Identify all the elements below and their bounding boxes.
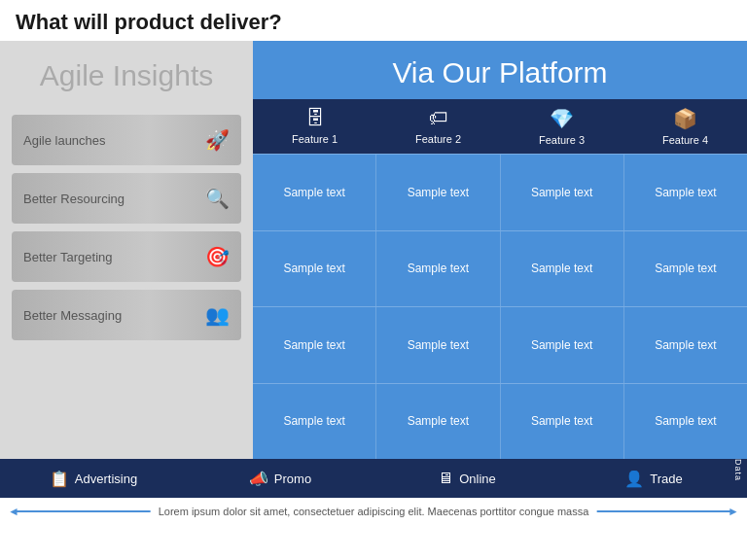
left-panel-title: Agile Insights — [0, 41, 253, 107]
feature-3-icon: 💎 — [550, 107, 574, 130]
feature-3-label: Feature 3 — [539, 134, 585, 146]
features-header: 🗄 Feature 1 🏷 Feature 2 💎 Feature 3 📦 Fe… — [253, 99, 747, 154]
advertising-label: Advertising — [75, 472, 137, 486]
arrow-text: Lorem ipsum dolor sit amet, consectetuer… — [151, 506, 597, 517]
promo-label: Promo — [274, 472, 311, 486]
bottom-advertising[interactable]: 📋 Advertising — [0, 470, 187, 488]
target-icon: 🎯 — [205, 245, 230, 268]
advertising-icon: 📋 — [50, 470, 69, 488]
arrow-line: Lorem ipsum dolor sit amet, consectetuer… — [16, 510, 731, 512]
page-title: What will product deliver? — [0, 0, 747, 41]
feature-1-label: Feature 1 — [292, 133, 338, 145]
left-row-3: Better Targeting 🎯 — [12, 231, 241, 282]
cell-1-3: Sample text — [501, 155, 624, 230]
cell-4-4: Sample text — [624, 384, 747, 460]
cell-2-2: Sample text — [376, 231, 500, 307]
arrow-row: Lorem ipsum dolor sit amet, consectetuer… — [0, 498, 747, 525]
bottom-online[interactable]: 🖥 Online — [374, 470, 560, 487]
feature-2-label: Feature 2 — [415, 133, 461, 145]
feature-4-label: Feature 4 — [662, 134, 708, 146]
people-icon: 👥 — [205, 303, 230, 327]
main-container: Agile Insights Agile launches 🚀 Better R… — [0, 41, 747, 459]
left-row-3-label: Better Targeting — [23, 250, 113, 264]
cell-3-4: Sample text — [624, 307, 747, 383]
feature-col-1: 🗄 Feature 1 — [253, 99, 376, 154]
cell-4-2: Sample text — [376, 384, 500, 460]
promo-icon: 📣 — [249, 470, 268, 488]
cell-3-3: Sample text — [501, 307, 624, 383]
left-row-4: Better Messaging 👥 — [12, 290, 241, 340]
left-row-2-label: Better Resourcing — [23, 192, 124, 206]
search-icon: 🔍 — [205, 187, 230, 210]
cell-1-4: Sample text — [624, 155, 747, 230]
rocket-icon: 🚀 — [205, 128, 230, 152]
feature-4-icon: 📦 — [673, 107, 697, 130]
cell-2-3: Sample text — [501, 231, 624, 307]
cell-2-4: Sample text — [624, 231, 747, 307]
cell-3-1: Sample text — [253, 307, 376, 383]
cell-1-1: Sample text — [253, 155, 376, 230]
right-panel: Via Our Platform 🗄 Feature 1 🏷 Feature 2… — [253, 41, 747, 459]
left-row-4-label: Better Messaging — [23, 308, 122, 323]
feature-col-2: 🏷 Feature 2 — [376, 99, 500, 154]
grid-row-4: Sample text Sample text Sample text Samp… — [253, 383, 747, 460]
data-label: Data — [733, 459, 743, 498]
feature-2-icon: 🏷 — [429, 107, 448, 129]
left-panel: Agile Insights Agile launches 🚀 Better R… — [0, 41, 253, 459]
grid-row-3: Sample text Sample text Sample text Samp… — [253, 306, 747, 383]
feature-1-icon: 🗄 — [305, 107, 325, 129]
left-rows: Agile launches 🚀 Better Resourcing 🔍 Bet… — [0, 107, 253, 348]
grid-row-2: Sample text Sample text Sample text Samp… — [253, 230, 747, 307]
online-label: Online — [459, 472, 496, 486]
grid-rows: Sample text Sample text Sample text Samp… — [253, 154, 747, 459]
cell-4-3: Sample text — [501, 384, 624, 460]
bottom-trade[interactable]: 👤 Trade — [560, 470, 747, 488]
left-row-1-label: Agile launches — [23, 133, 106, 148]
cell-2-1: Sample text — [253, 231, 376, 307]
cell-4-1: Sample text — [253, 384, 376, 460]
bottom-bar: 📋 Advertising 📣 Promo 🖥 Online 👤 Trade D… — [0, 459, 747, 498]
cell-1-2: Sample text — [376, 155, 500, 230]
feature-col-4: 📦 Feature 4 — [623, 99, 747, 154]
grid-row-1: Sample text Sample text Sample text Samp… — [253, 154, 747, 230]
left-row-2: Better Resourcing 🔍 — [12, 173, 241, 224]
bottom-promo[interactable]: 📣 Promo — [187, 470, 374, 488]
trade-icon: 👤 — [624, 470, 644, 488]
left-row-1: Agile launches 🚀 — [12, 115, 241, 165]
right-panel-title: Via Our Platform — [253, 41, 747, 99]
trade-label: Trade — [650, 472, 682, 486]
online-icon: 🖥 — [438, 470, 453, 487]
cell-3-2: Sample text — [376, 307, 500, 383]
feature-col-3: 💎 Feature 3 — [500, 99, 623, 154]
